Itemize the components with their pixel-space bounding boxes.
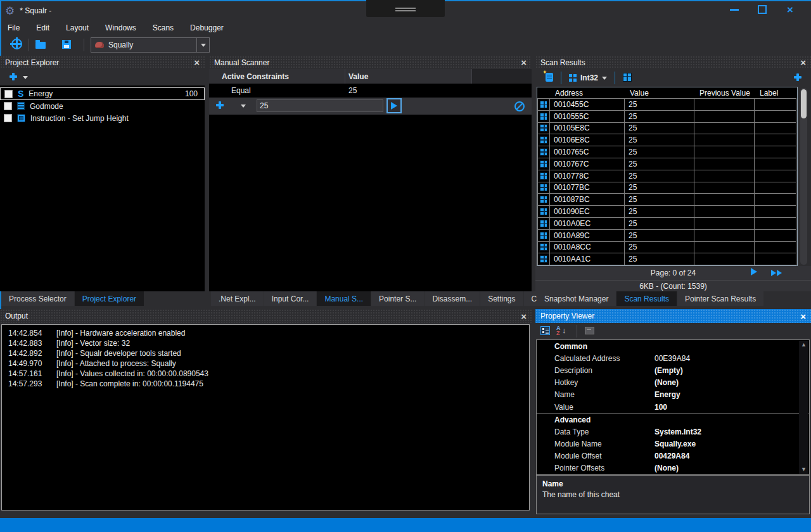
constraint-row[interactable]: Equal 25: [209, 84, 532, 98]
result-address[interactable]: 00106E8C: [549, 134, 625, 146]
result-previous[interactable]: [694, 110, 755, 123]
item-checkbox[interactable]: [4, 114, 12, 122]
result-previous[interactable]: [694, 193, 755, 206]
result-value[interactable]: 25: [624, 170, 694, 182]
add-constraint-button[interactable]: [215, 101, 224, 111]
menu-layout[interactable]: Layout: [66, 23, 89, 32]
manual-scanner-titlebar[interactable]: Manual Scanner ×: [209, 56, 532, 69]
maximize-button[interactable]: [753, 1, 772, 18]
output-titlebar[interactable]: Output ×: [0, 309, 532, 323]
result-value[interactable]: 25: [624, 241, 694, 254]
result-value[interactable]: 25: [624, 110, 694, 123]
project-item-godmode[interactable]: Godmode: [0, 100, 205, 112]
result-value[interactable]: 25: [624, 229, 694, 242]
result-previous[interactable]: [694, 205, 755, 218]
property-row[interactable]: Pointer Offsets(None): [537, 462, 809, 474]
result-previous[interactable]: [694, 134, 755, 146]
result-label[interactable]: [754, 122, 796, 135]
result-label[interactable]: [754, 253, 796, 265]
result-label[interactable]: [754, 110, 796, 123]
column-header-value[interactable]: Value: [625, 89, 694, 98]
result-previous[interactable]: [694, 229, 755, 242]
property-value[interactable]: 100: [655, 403, 667, 412]
property-row[interactable]: Value100: [537, 401, 809, 413]
tab-settings[interactable]: Settings: [480, 291, 523, 306]
result-label[interactable]: [754, 170, 796, 182]
project-item-energy[interactable]: S Energy 100: [0, 87, 205, 100]
result-value[interactable]: 25: [624, 122, 694, 135]
change-view-button[interactable]: [623, 73, 632, 84]
result-value[interactable]: 25: [624, 134, 694, 146]
result-label[interactable]: [754, 182, 796, 194]
tab-scan-results[interactable]: Scan Results: [616, 291, 677, 306]
column-header-label[interactable]: Label: [755, 89, 796, 98]
item-checkbox[interactable]: [4, 90, 13, 98]
scan-result-row[interactable]: 0010778C25: [537, 170, 797, 182]
scroll-down-icon[interactable]: ▼: [801, 467, 807, 472]
property-row[interactable]: Description(Empty): [537, 364, 809, 376]
property-pages-button[interactable]: [585, 327, 594, 336]
open-project-button[interactable]: [35, 40, 46, 51]
minimize-button[interactable]: [725, 1, 744, 18]
tab-process-selector[interactable]: Process Selector: [1, 291, 74, 306]
property-value[interactable]: Squally.exe: [655, 440, 696, 448]
property-value[interactable]: 00E39A84: [655, 354, 690, 363]
scan-results-scrollbar[interactable]: [800, 88, 807, 265]
category-advanced[interactable]: Advanced: [537, 415, 591, 424]
result-previous[interactable]: [694, 122, 755, 135]
tab-pointer-scanner[interactable]: Pointer S...: [371, 291, 424, 306]
property-row[interactable]: Module Offset00429A84: [537, 450, 809, 462]
result-address[interactable]: 0010A89C: [549, 229, 625, 242]
result-previous[interactable]: [694, 253, 755, 265]
menu-debugger[interactable]: Debugger: [190, 23, 224, 32]
menu-scans[interactable]: Scans: [153, 23, 174, 32]
result-label[interactable]: [754, 241, 796, 254]
property-value[interactable]: (None): [655, 464, 679, 472]
result-previous[interactable]: [694, 182, 755, 194]
scroll-up-icon[interactable]: ▲: [801, 342, 807, 348]
category-common[interactable]: Common: [537, 342, 587, 351]
save-project-button[interactable]: [62, 40, 71, 51]
result-address[interactable]: 001077BC: [549, 182, 625, 194]
tab-dotnet-explorer[interactable]: .Net Expl...: [211, 291, 264, 306]
scan-results-titlebar[interactable]: Scan Results ×: [535, 56, 811, 69]
property-value[interactable]: (Empty): [655, 366, 683, 375]
process-dropdown-button[interactable]: [197, 37, 210, 53]
result-address[interactable]: 0010555C: [549, 110, 625, 123]
alphabetical-sort-button[interactable]: AZ↓: [556, 326, 569, 338]
result-value[interactable]: 25: [624, 205, 694, 218]
tab-snapshot-manager[interactable]: Snapshot Manager: [537, 291, 616, 306]
scan-value-input[interactable]: [257, 99, 383, 112]
titlebar-drag-handle[interactable]: [366, 0, 445, 17]
property-value[interactable]: System.Int32: [655, 428, 701, 436]
property-viewer-titlebar[interactable]: Property Viewer ×: [535, 309, 811, 323]
scan-result-row[interactable]: 0010767C25: [537, 158, 797, 170]
result-previous[interactable]: [694, 98, 755, 111]
result-address[interactable]: 0010AA1C: [549, 253, 625, 265]
scan-result-row[interactable]: 001087BC25: [537, 193, 797, 205]
tab-disassembly[interactable]: Disassem...: [425, 291, 480, 306]
result-address[interactable]: 0010A0EC: [549, 217, 625, 230]
menu-windows[interactable]: Windows: [105, 23, 136, 32]
collect-values-button[interactable]: [546, 73, 553, 84]
result-label[interactable]: [754, 146, 796, 158]
new-project-button[interactable]: [11, 39, 22, 51]
result-previous[interactable]: [694, 146, 755, 158]
property-row[interactable]: Module NameSqually.exe: [537, 438, 809, 450]
scrollbar-thumb[interactable]: [801, 89, 807, 118]
result-previous[interactable]: [694, 241, 755, 254]
menu-file[interactable]: File: [8, 23, 20, 32]
property-value[interactable]: (None): [655, 378, 679, 387]
property-row[interactable]: Calculated Address00E39A84: [537, 352, 809, 364]
result-address[interactable]: 0010765C: [549, 146, 625, 158]
scan-result-row[interactable]: 0010A89C25: [537, 229, 797, 241]
result-label[interactable]: [754, 229, 796, 242]
result-label[interactable]: [754, 205, 796, 218]
scan-result-row[interactable]: 00105E8C25: [537, 122, 797, 134]
result-previous[interactable]: [694, 170, 755, 182]
start-scan-button[interactable]: [386, 98, 402, 113]
result-label[interactable]: [754, 158, 796, 170]
result-address[interactable]: 0010A8CC: [549, 241, 625, 254]
property-row[interactable]: NameEnergy: [537, 389, 809, 401]
scan-result-row[interactable]: 0010765C25: [537, 146, 797, 158]
